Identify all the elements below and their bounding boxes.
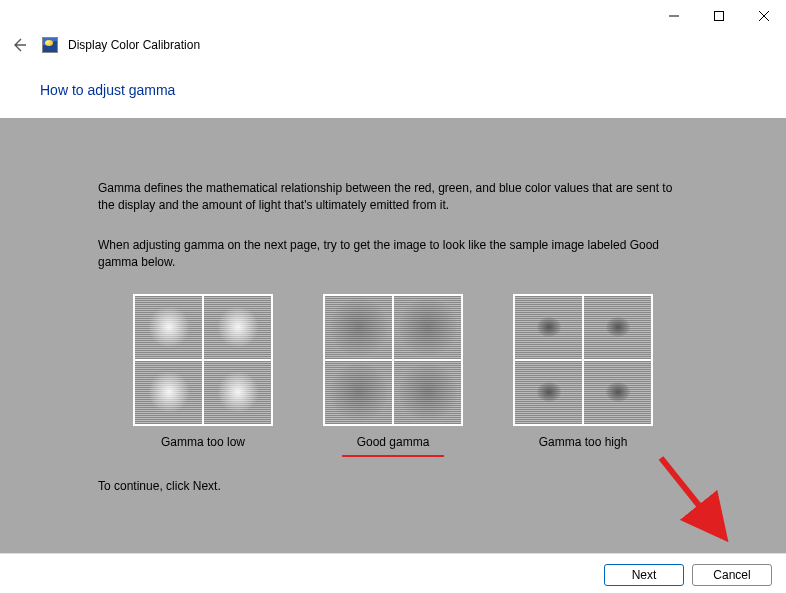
cancel-button[interactable]: Cancel xyxy=(692,564,772,586)
label-gamma-high: Gamma too high xyxy=(539,435,628,449)
continue-instruction: To continue, click Next. xyxy=(98,479,688,493)
content-area: Gamma defines the mathematical relations… xyxy=(0,118,786,553)
sample-gamma-low: Gamma too low xyxy=(133,294,273,449)
maximize-button[interactable] xyxy=(696,2,741,30)
label-gamma-low: Gamma too low xyxy=(161,435,245,449)
titlebar xyxy=(0,0,786,30)
label-gamma-good: Good gamma xyxy=(357,435,430,449)
page-heading: How to adjust gamma xyxy=(0,60,786,118)
minimize-button[interactable] xyxy=(651,2,696,30)
svg-line-5 xyxy=(661,458,721,533)
back-button[interactable] xyxy=(10,36,28,54)
close-button[interactable] xyxy=(741,2,786,30)
footer: Next Cancel xyxy=(0,553,786,593)
sample-gamma-good: Good gamma xyxy=(323,294,463,449)
annotation-underline xyxy=(342,455,445,457)
annotation-arrow xyxy=(651,453,741,548)
app-icon xyxy=(42,37,58,53)
svg-rect-1 xyxy=(714,12,723,21)
swatch-gamma-low xyxy=(133,294,273,426)
description-paragraph-2: When adjusting gamma on the next page, t… xyxy=(98,237,688,272)
next-button[interactable]: Next xyxy=(604,564,684,586)
gamma-samples-row: Gamma too low Good gamma Gamma too high xyxy=(98,294,688,449)
sample-gamma-high: Gamma too high xyxy=(513,294,653,449)
description-paragraph-1: Gamma defines the mathematical relations… xyxy=(98,180,688,215)
swatch-gamma-good xyxy=(323,294,463,426)
header: Display Color Calibration xyxy=(0,30,786,60)
swatch-gamma-high xyxy=(513,294,653,426)
app-title: Display Color Calibration xyxy=(68,38,200,52)
